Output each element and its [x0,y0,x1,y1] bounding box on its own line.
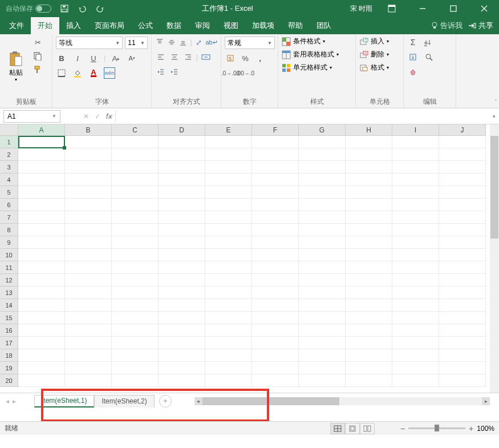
cell[interactable] [252,374,299,387]
italic-button[interactable]: I [72,53,83,64]
cell[interactable] [252,324,299,337]
cell[interactable] [112,236,159,249]
cell[interactable] [392,362,439,374]
zoom-slider[interactable] [408,427,465,429]
cell[interactable] [205,224,252,236]
comma-icon[interactable]: , [254,53,266,64]
row-header[interactable]: 10 [0,249,18,261]
find-icon[interactable] [423,51,435,63]
cell[interactable] [439,199,486,211]
cell[interactable] [205,337,252,349]
row-header[interactable]: 14 [0,299,18,312]
cell[interactable] [205,312,252,324]
cell[interactable] [439,324,486,337]
cell[interactable] [159,186,205,199]
cell[interactable] [439,224,486,236]
format-as-table-button[interactable]: 套用表格格式▾ [282,50,352,59]
cell[interactable] [112,362,159,374]
cell[interactable] [299,374,346,387]
expand-formula-icon[interactable]: ▾ [493,114,496,119]
column-header[interactable]: D [159,124,205,136]
cell[interactable] [18,148,65,161]
cell[interactable] [112,349,159,362]
cell[interactable] [205,261,252,274]
bold-button[interactable]: B [56,53,67,64]
cell[interactable] [439,261,486,274]
cell[interactable] [18,161,65,173]
cell[interactable] [205,324,252,337]
cell[interactable] [18,211,65,224]
cell[interactable] [346,186,392,199]
zoom-value[interactable]: 100% [477,425,494,433]
select-all-button[interactable] [0,124,18,136]
cell[interactable] [159,274,205,286]
font-size-dropdown[interactable]: 11▼ [125,37,148,49]
cut-icon[interactable]: ✂ [32,37,43,48]
cell[interactable] [252,362,299,374]
cell[interactable] [18,136,65,148]
row-header[interactable]: 5 [0,186,18,199]
cell[interactable] [252,136,299,148]
cell[interactable] [299,299,346,312]
cell[interactable] [205,249,252,261]
cell[interactable] [205,349,252,362]
cell[interactable] [205,136,252,148]
horizontal-scrollbar[interactable]: ◂▸ [194,397,490,405]
cell[interactable] [346,374,392,387]
row-header[interactable]: 4 [0,173,18,186]
decrease-indent-icon[interactable] [155,66,167,78]
cell[interactable] [299,148,346,161]
cell[interactable] [112,286,159,299]
cell[interactable] [346,199,392,211]
cell[interactable] [252,349,299,362]
cell[interactable] [299,236,346,249]
cell[interactable] [65,299,112,312]
cell[interactable] [159,148,205,161]
cell[interactable] [205,374,252,387]
cell[interactable] [439,374,486,387]
sort-filter-icon[interactable]: AZ [423,37,435,48]
cell[interactable] [112,337,159,349]
cell[interactable] [439,349,486,362]
cell[interactable] [18,261,65,274]
cell[interactable] [205,186,252,199]
cell[interactable] [159,211,205,224]
cell[interactable] [252,274,299,286]
cell[interactable] [65,286,112,299]
column-header[interactable]: J [439,124,486,136]
cell[interactable] [252,173,299,186]
cell[interactable] [346,362,392,374]
ribbon-tab-审阅[interactable]: 审阅 [188,17,217,34]
undo-icon[interactable] [78,5,87,13]
cell[interactable] [392,274,439,286]
cell[interactable] [112,274,159,286]
minimize-button[interactable] [411,0,434,17]
page-break-view-button[interactable] [360,423,375,434]
ribbon-tab-插入[interactable]: 插入 [59,17,88,34]
paste-button[interactable]: 粘贴 ▼ [3,37,29,96]
cell[interactable] [299,136,346,148]
cell[interactable] [205,148,252,161]
redo-icon[interactable] [96,5,105,13]
column-header[interactable]: E [205,124,252,136]
cell[interactable] [252,249,299,261]
cell[interactable] [392,312,439,324]
cell[interactable] [252,299,299,312]
add-sheet-button[interactable]: ＋ [159,395,172,407]
cell[interactable] [346,161,392,173]
sheet-nav-next-icon[interactable]: ▸ [13,397,16,405]
normal-view-button[interactable] [330,423,345,434]
vertical-scrollbar[interactable] [490,124,499,393]
cell[interactable] [205,299,252,312]
cell[interactable] [439,249,486,261]
orientation-icon[interactable]: ⤢ [194,37,204,48]
cell[interactable] [112,324,159,337]
cell[interactable] [112,161,159,173]
row-header[interactable]: 8 [0,224,18,236]
cell[interactable] [65,337,112,349]
cell[interactable] [112,199,159,211]
cell[interactable] [112,224,159,236]
tellme[interactable]: 告诉我 [431,21,463,31]
cell[interactable] [392,224,439,236]
cell[interactable] [159,173,205,186]
